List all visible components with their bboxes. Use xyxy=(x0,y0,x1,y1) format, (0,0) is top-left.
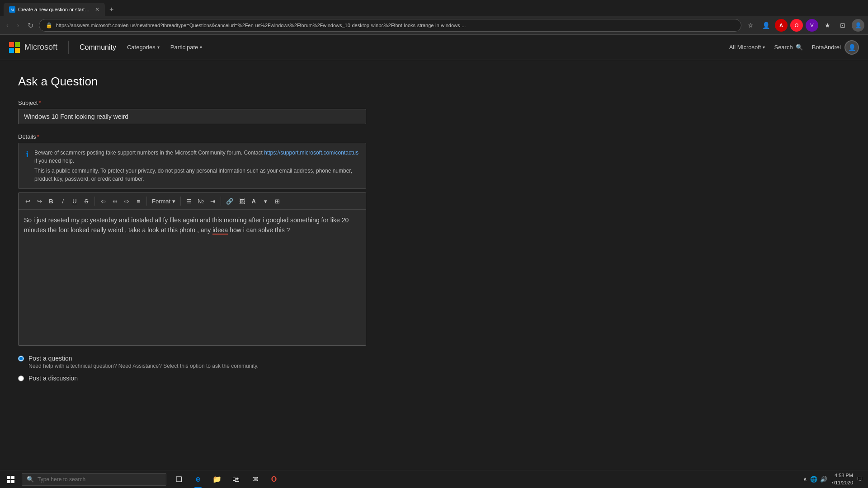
page-content: Microsoft Community Categories ▾ Partici… xyxy=(0,35,868,470)
numbered-list-button[interactable]: № xyxy=(195,196,206,206)
profile-icon-browser[interactable]: 👤 xyxy=(760,19,772,32)
justify-button[interactable]: ≡ xyxy=(133,196,144,206)
table-button[interactable]: ⊞ xyxy=(272,196,283,206)
star-icon[interactable]: ★ xyxy=(821,19,834,32)
username: BotaAndrei xyxy=(812,44,841,51)
radio-question[interactable] xyxy=(18,356,24,361)
taskbar-apps: ❏ e 📁 🛍 ✉ O xyxy=(170,470,283,488)
font-color-button[interactable]: A xyxy=(248,196,259,206)
link-button[interactable]: 🔗 xyxy=(224,196,236,206)
all-microsoft-link[interactable]: All Microsoft ▾ xyxy=(729,44,765,51)
editor-body[interactable]: So i just reseted my pc yesterday and in… xyxy=(19,210,366,345)
clock-time: 4:58 PM xyxy=(831,472,853,479)
toolbar-sep-1 xyxy=(94,197,95,206)
redo-button[interactable]: ↪ xyxy=(34,196,45,206)
image-button[interactable]: 🖼 xyxy=(236,196,247,206)
ms-logo-icon xyxy=(9,42,20,53)
warning-text-2: if you need help. xyxy=(34,158,74,164)
format-chevron: ▾ xyxy=(172,198,175,205)
taskbar-chevron[interactable]: ∧ xyxy=(803,476,807,483)
radio-discussion[interactable] xyxy=(18,375,24,381)
details-label: Details* xyxy=(18,133,416,140)
toolbar-sep-3 xyxy=(180,197,181,206)
taskbar-office[interactable]: O xyxy=(265,470,283,488)
align-right-button[interactable]: ⇨ xyxy=(121,196,132,206)
radio-option-question: Post a question Need help with a technic… xyxy=(18,355,416,369)
collections-icon[interactable]: ⊡ xyxy=(836,19,849,32)
mail-icon: ✉ xyxy=(250,474,260,485)
toolbar-sep-4 xyxy=(221,197,221,206)
toolbar-sep-2 xyxy=(146,197,147,206)
logo-green xyxy=(15,42,20,47)
taskbar-file-explorer[interactable]: 📁 xyxy=(208,470,226,488)
radio-question-content: Post a question Need help with a technic… xyxy=(28,355,259,369)
office-icon: O xyxy=(269,474,279,485)
subject-label: Subject* xyxy=(18,99,416,106)
color-picker-button[interactable]: ▾ xyxy=(260,196,271,206)
participate-chevron: ▾ xyxy=(200,45,202,50)
radio-question-desc: Need help with a technical question? Nee… xyxy=(28,363,259,369)
active-tab[interactable]: M Create a new question or start a... ✕ xyxy=(4,3,105,16)
back-button[interactable]: ‹ xyxy=(4,19,11,31)
warning-text-1: Beware of scammers posting fake support … xyxy=(34,150,264,156)
community-link[interactable]: Community xyxy=(80,43,116,52)
notification-icon[interactable]: 🗨 xyxy=(857,476,863,483)
details-required: * xyxy=(37,133,39,140)
adblock-icon[interactable]: A xyxy=(775,19,788,32)
warning-text: Beware of scammers posting fake support … xyxy=(34,149,359,183)
all-microsoft-chevron: ▾ xyxy=(763,45,765,50)
taskbar-store[interactable]: 🛍 xyxy=(227,470,245,488)
network-icon[interactable]: 🌐 xyxy=(810,476,817,483)
opera-icon[interactable]: O xyxy=(790,19,803,32)
underline-button[interactable]: U xyxy=(69,196,80,206)
details-group: Details* ℹ Beware of scammers posting fa… xyxy=(18,133,416,346)
main-content: Ask a Question Subject* Details* ℹ Bewar… xyxy=(0,60,434,402)
start-button[interactable] xyxy=(0,470,22,488)
microsoft-text: Microsoft xyxy=(24,42,57,52)
undo-button[interactable]: ↩ xyxy=(22,196,33,206)
lock-icon: 🔒 xyxy=(46,22,52,28)
forward-button[interactable]: › xyxy=(14,19,22,31)
categories-link[interactable]: Categories ▾ xyxy=(127,44,160,51)
strikethrough-button[interactable]: S xyxy=(81,196,92,206)
microsoft-logo[interactable]: Microsoft xyxy=(9,42,57,53)
address-bar-row: ‹ › ↻ 🔒 https://answers.microsoft.com/en… xyxy=(0,16,868,34)
categories-label: Categories xyxy=(127,44,156,51)
taskbar-task-view[interactable]: ❏ xyxy=(170,470,188,488)
tab-close-button[interactable]: ✕ xyxy=(95,6,99,13)
align-left-button[interactable]: ⇦ xyxy=(98,196,108,206)
user-profile-icon[interactable]: 👤 xyxy=(852,19,864,32)
warning-icon: ℹ xyxy=(26,150,29,160)
file-explorer-icon: 📁 xyxy=(212,474,222,485)
user-profile[interactable]: BotaAndrei 👤 xyxy=(812,40,859,55)
taskbar-search[interactable]: 🔍 Type here to search xyxy=(22,473,166,486)
bullet-list-button[interactable]: ☰ xyxy=(184,196,194,206)
edge-icon: e xyxy=(193,474,203,485)
taskbar: 🔍 Type here to search ❏ e 📁 🛍 ✉ O ∧ 🌐 🔊 … xyxy=(0,470,868,488)
extension-icon[interactable]: V xyxy=(806,19,818,32)
start-icon xyxy=(7,476,14,483)
editor-toolbar: ↩ ↪ B I U S ⇦ ⇔ ⇨ ≡ Format ▾ xyxy=(19,193,366,210)
all-microsoft-label: All Microsoft xyxy=(729,44,761,51)
taskbar-right: ∧ 🌐 🔊 4:58 PM 7/11/2020 🗨 xyxy=(803,472,868,486)
italic-button[interactable]: I xyxy=(57,196,68,206)
format-dropdown[interactable]: Format ▾ xyxy=(150,197,178,206)
radio-discussion-label: Post a discussion xyxy=(28,375,78,382)
taskbar-edge[interactable]: e xyxy=(189,470,207,488)
warning-text-3: This is a public community. To protect y… xyxy=(34,167,359,183)
indent-button[interactable]: ⇥ xyxy=(207,196,218,206)
search-button[interactable]: Search 🔍 xyxy=(774,44,802,51)
favorites-icon[interactable]: ☆ xyxy=(744,19,757,32)
subject-input[interactable] xyxy=(18,109,366,124)
refresh-button[interactable]: ↻ xyxy=(25,19,36,32)
align-center-button[interactable]: ⇔ xyxy=(109,196,120,206)
taskbar-mail[interactable]: ✉ xyxy=(246,470,264,488)
bold-button[interactable]: B xyxy=(46,196,57,206)
address-bar[interactable]: 🔒 https://answers.microsoft.com/en-us/ne… xyxy=(39,19,741,32)
participate-link[interactable]: Participate ▾ xyxy=(170,44,202,51)
logo-yellow xyxy=(15,48,20,53)
warning-link[interactable]: https://support.microsoft.com/contactus xyxy=(264,150,359,156)
taskbar-search-placeholder: Type here to search xyxy=(38,476,85,483)
new-tab-button[interactable]: + xyxy=(107,5,116,14)
volume-icon[interactable]: 🔊 xyxy=(820,476,827,483)
